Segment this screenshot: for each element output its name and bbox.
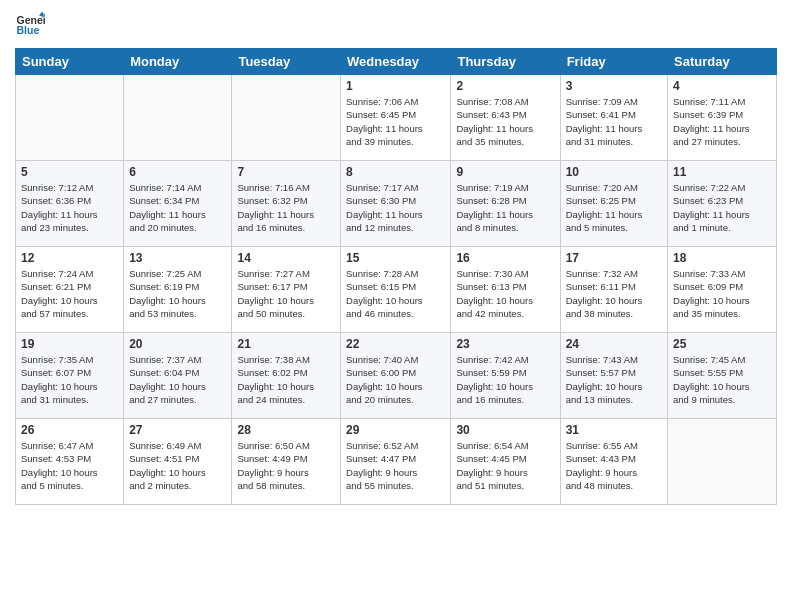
day-info: Sunrise: 6:52 AM Sunset: 4:47 PM Dayligh… bbox=[346, 439, 445, 492]
weekday-thursday: Thursday bbox=[451, 49, 560, 75]
day-number: 24 bbox=[566, 337, 662, 351]
day-number: 26 bbox=[21, 423, 118, 437]
calendar-cell: 19Sunrise: 7:35 AM Sunset: 6:07 PM Dayli… bbox=[16, 333, 124, 419]
calendar-cell: 31Sunrise: 6:55 AM Sunset: 4:43 PM Dayli… bbox=[560, 419, 667, 505]
day-info: Sunrise: 7:14 AM Sunset: 6:34 PM Dayligh… bbox=[129, 181, 226, 234]
calendar-cell: 16Sunrise: 7:30 AM Sunset: 6:13 PM Dayli… bbox=[451, 247, 560, 333]
day-info: Sunrise: 7:25 AM Sunset: 6:19 PM Dayligh… bbox=[129, 267, 226, 320]
calendar-week-4: 19Sunrise: 7:35 AM Sunset: 6:07 PM Dayli… bbox=[16, 333, 777, 419]
day-info: Sunrise: 6:50 AM Sunset: 4:49 PM Dayligh… bbox=[237, 439, 335, 492]
day-number: 12 bbox=[21, 251, 118, 265]
day-number: 21 bbox=[237, 337, 335, 351]
calendar-table: SundayMondayTuesdayWednesdayThursdayFrid… bbox=[15, 48, 777, 505]
day-info: Sunrise: 7:32 AM Sunset: 6:11 PM Dayligh… bbox=[566, 267, 662, 320]
calendar-cell: 10Sunrise: 7:20 AM Sunset: 6:25 PM Dayli… bbox=[560, 161, 667, 247]
day-number: 30 bbox=[456, 423, 554, 437]
day-number: 13 bbox=[129, 251, 226, 265]
calendar-cell: 22Sunrise: 7:40 AM Sunset: 6:00 PM Dayli… bbox=[341, 333, 451, 419]
day-number: 23 bbox=[456, 337, 554, 351]
calendar-cell: 20Sunrise: 7:37 AM Sunset: 6:04 PM Dayli… bbox=[124, 333, 232, 419]
calendar-cell bbox=[668, 419, 777, 505]
day-number: 8 bbox=[346, 165, 445, 179]
calendar-cell: 30Sunrise: 6:54 AM Sunset: 4:45 PM Dayli… bbox=[451, 419, 560, 505]
calendar-cell: 14Sunrise: 7:27 AM Sunset: 6:17 PM Dayli… bbox=[232, 247, 341, 333]
day-number: 14 bbox=[237, 251, 335, 265]
day-info: Sunrise: 6:47 AM Sunset: 4:53 PM Dayligh… bbox=[21, 439, 118, 492]
calendar-week-2: 5Sunrise: 7:12 AM Sunset: 6:36 PM Daylig… bbox=[16, 161, 777, 247]
calendar-cell: 11Sunrise: 7:22 AM Sunset: 6:23 PM Dayli… bbox=[668, 161, 777, 247]
day-number: 2 bbox=[456, 79, 554, 93]
day-info: Sunrise: 7:28 AM Sunset: 6:15 PM Dayligh… bbox=[346, 267, 445, 320]
day-info: Sunrise: 7:35 AM Sunset: 6:07 PM Dayligh… bbox=[21, 353, 118, 406]
day-number: 25 bbox=[673, 337, 771, 351]
header: General Blue bbox=[15, 10, 777, 40]
calendar-cell: 27Sunrise: 6:49 AM Sunset: 4:51 PM Dayli… bbox=[124, 419, 232, 505]
day-info: Sunrise: 7:27 AM Sunset: 6:17 PM Dayligh… bbox=[237, 267, 335, 320]
calendar-cell: 8Sunrise: 7:17 AM Sunset: 6:30 PM Daylig… bbox=[341, 161, 451, 247]
calendar-cell: 26Sunrise: 6:47 AM Sunset: 4:53 PM Dayli… bbox=[16, 419, 124, 505]
weekday-saturday: Saturday bbox=[668, 49, 777, 75]
calendar-cell: 28Sunrise: 6:50 AM Sunset: 4:49 PM Dayli… bbox=[232, 419, 341, 505]
day-number: 15 bbox=[346, 251, 445, 265]
calendar-cell: 9Sunrise: 7:19 AM Sunset: 6:28 PM Daylig… bbox=[451, 161, 560, 247]
day-info: Sunrise: 7:45 AM Sunset: 5:55 PM Dayligh… bbox=[673, 353, 771, 406]
calendar-cell bbox=[124, 75, 232, 161]
calendar-cell: 15Sunrise: 7:28 AM Sunset: 6:15 PM Dayli… bbox=[341, 247, 451, 333]
day-info: Sunrise: 7:22 AM Sunset: 6:23 PM Dayligh… bbox=[673, 181, 771, 234]
day-number: 1 bbox=[346, 79, 445, 93]
day-info: Sunrise: 7:37 AM Sunset: 6:04 PM Dayligh… bbox=[129, 353, 226, 406]
day-number: 7 bbox=[237, 165, 335, 179]
day-number: 29 bbox=[346, 423, 445, 437]
day-info: Sunrise: 7:08 AM Sunset: 6:43 PM Dayligh… bbox=[456, 95, 554, 148]
calendar-cell: 6Sunrise: 7:14 AM Sunset: 6:34 PM Daylig… bbox=[124, 161, 232, 247]
day-info: Sunrise: 7:38 AM Sunset: 6:02 PM Dayligh… bbox=[237, 353, 335, 406]
calendar-cell: 4Sunrise: 7:11 AM Sunset: 6:39 PM Daylig… bbox=[668, 75, 777, 161]
day-info: Sunrise: 7:11 AM Sunset: 6:39 PM Dayligh… bbox=[673, 95, 771, 148]
svg-text:Blue: Blue bbox=[17, 24, 40, 36]
day-info: Sunrise: 7:24 AM Sunset: 6:21 PM Dayligh… bbox=[21, 267, 118, 320]
day-info: Sunrise: 6:49 AM Sunset: 4:51 PM Dayligh… bbox=[129, 439, 226, 492]
weekday-header-row: SundayMondayTuesdayWednesdayThursdayFrid… bbox=[16, 49, 777, 75]
weekday-sunday: Sunday bbox=[16, 49, 124, 75]
calendar-cell: 2Sunrise: 7:08 AM Sunset: 6:43 PM Daylig… bbox=[451, 75, 560, 161]
day-number: 9 bbox=[456, 165, 554, 179]
weekday-friday: Friday bbox=[560, 49, 667, 75]
day-info: Sunrise: 7:12 AM Sunset: 6:36 PM Dayligh… bbox=[21, 181, 118, 234]
calendar-cell: 23Sunrise: 7:42 AM Sunset: 5:59 PM Dayli… bbox=[451, 333, 560, 419]
weekday-wednesday: Wednesday bbox=[341, 49, 451, 75]
day-info: Sunrise: 7:33 AM Sunset: 6:09 PM Dayligh… bbox=[673, 267, 771, 320]
day-info: Sunrise: 7:06 AM Sunset: 6:45 PM Dayligh… bbox=[346, 95, 445, 148]
calendar-cell: 1Sunrise: 7:06 AM Sunset: 6:45 PM Daylig… bbox=[341, 75, 451, 161]
page: General Blue SundayMondayTuesdayWednesda… bbox=[0, 0, 792, 612]
day-info: Sunrise: 7:30 AM Sunset: 6:13 PM Dayligh… bbox=[456, 267, 554, 320]
calendar-cell: 5Sunrise: 7:12 AM Sunset: 6:36 PM Daylig… bbox=[16, 161, 124, 247]
day-info: Sunrise: 7:09 AM Sunset: 6:41 PM Dayligh… bbox=[566, 95, 662, 148]
day-number: 4 bbox=[673, 79, 771, 93]
day-number: 22 bbox=[346, 337, 445, 351]
calendar-cell: 21Sunrise: 7:38 AM Sunset: 6:02 PM Dayli… bbox=[232, 333, 341, 419]
day-number: 3 bbox=[566, 79, 662, 93]
day-number: 10 bbox=[566, 165, 662, 179]
calendar-cell: 13Sunrise: 7:25 AM Sunset: 6:19 PM Dayli… bbox=[124, 247, 232, 333]
logo-icon: General Blue bbox=[15, 10, 45, 40]
day-number: 16 bbox=[456, 251, 554, 265]
calendar-week-3: 12Sunrise: 7:24 AM Sunset: 6:21 PM Dayli… bbox=[16, 247, 777, 333]
weekday-tuesday: Tuesday bbox=[232, 49, 341, 75]
day-number: 11 bbox=[673, 165, 771, 179]
day-number: 17 bbox=[566, 251, 662, 265]
calendar-week-1: 1Sunrise: 7:06 AM Sunset: 6:45 PM Daylig… bbox=[16, 75, 777, 161]
day-info: Sunrise: 7:43 AM Sunset: 5:57 PM Dayligh… bbox=[566, 353, 662, 406]
calendar-cell: 17Sunrise: 7:32 AM Sunset: 6:11 PM Dayli… bbox=[560, 247, 667, 333]
day-number: 28 bbox=[237, 423, 335, 437]
day-info: Sunrise: 7:16 AM Sunset: 6:32 PM Dayligh… bbox=[237, 181, 335, 234]
weekday-monday: Monday bbox=[124, 49, 232, 75]
day-number: 20 bbox=[129, 337, 226, 351]
day-number: 31 bbox=[566, 423, 662, 437]
calendar-cell: 18Sunrise: 7:33 AM Sunset: 6:09 PM Dayli… bbox=[668, 247, 777, 333]
day-number: 27 bbox=[129, 423, 226, 437]
day-info: Sunrise: 6:54 AM Sunset: 4:45 PM Dayligh… bbox=[456, 439, 554, 492]
calendar-cell: 29Sunrise: 6:52 AM Sunset: 4:47 PM Dayli… bbox=[341, 419, 451, 505]
day-info: Sunrise: 7:40 AM Sunset: 6:00 PM Dayligh… bbox=[346, 353, 445, 406]
day-info: Sunrise: 6:55 AM Sunset: 4:43 PM Dayligh… bbox=[566, 439, 662, 492]
calendar-cell bbox=[16, 75, 124, 161]
